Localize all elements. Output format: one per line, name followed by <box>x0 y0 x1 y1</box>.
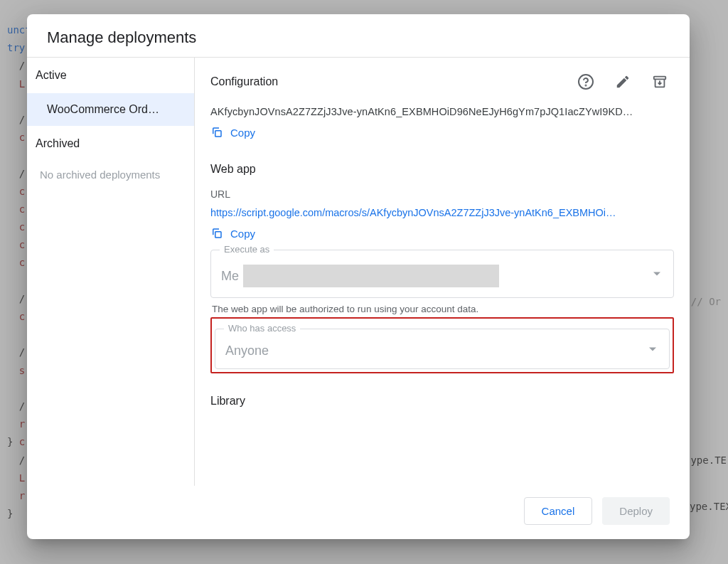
copy-label: Copy <box>230 228 255 240</box>
config-header: Configuration <box>210 75 563 88</box>
dialog-title: Manage deployments <box>27 14 690 57</box>
sidebar-archived-empty: No archived deployments <box>27 161 194 191</box>
svg-rect-4 <box>215 232 221 238</box>
redacted-email <box>243 265 499 287</box>
sidebar-active-header: Active <box>27 58 194 93</box>
dialog-main: Configuration AKfycbynJOVnsA2Z7ZZjJ3Jve-… <box>195 58 690 486</box>
copy-icon <box>210 126 223 139</box>
sidebar-item-woocommerce[interactable]: WooCommerce Ord… <box>27 93 194 126</box>
execute-as-value: Me <box>221 265 663 287</box>
dialog-footer: Cancel Deploy <box>27 486 690 539</box>
dialog-body: Active WooCommerce Ord… Archived No arch… <box>27 57 690 486</box>
archive-icon[interactable] <box>646 68 674 96</box>
copy-label: Copy <box>230 127 255 139</box>
deployment-id-value: AKfycbynJOVnsA2Z7ZZjJ3Jve-ynAtKn6_EXBMHO… <box>210 106 674 117</box>
chevron-down-icon <box>653 272 660 276</box>
edit-icon[interactable] <box>609 68 637 96</box>
config-header-row: Configuration <box>195 58 690 106</box>
config-content: AKfycbynJOVnsA2Z7ZZjJ3Jve-ynAtKn6_EXBMHO… <box>195 106 690 435</box>
access-label: Who has access <box>224 323 300 334</box>
sidebar-archived-header: Archived <box>27 126 194 161</box>
deployments-sidebar: Active WooCommerce Ord… Archived No arch… <box>27 58 195 486</box>
execute-as-label: Execute as <box>220 244 274 255</box>
webapp-url-value[interactable]: https://script.google.com/macros/s/AKfyc… <box>210 207 674 218</box>
cancel-button[interactable]: Cancel <box>524 497 593 525</box>
url-label: URL <box>210 188 674 207</box>
help-icon[interactable] <box>572 68 600 96</box>
execute-as-select[interactable]: Execute as Me <box>210 250 674 298</box>
svg-rect-3 <box>215 131 221 137</box>
webapp-section-title: Web app <box>210 142 674 188</box>
copy-url-button[interactable]: Copy <box>210 218 674 243</box>
manage-deployments-dialog: Manage deployments Active WooCommerce Or… <box>27 14 690 539</box>
svg-rect-2 <box>654 77 666 80</box>
who-has-access-select[interactable]: Who has access Anyone <box>215 329 670 369</box>
copy-icon <box>210 227 223 240</box>
chevron-down-icon <box>649 347 656 351</box>
access-highlight-frame: Who has access Anyone <box>210 317 674 373</box>
access-value: Anyone <box>225 344 659 358</box>
svg-point-1 <box>586 85 587 86</box>
copy-deployment-id-button[interactable]: Copy <box>210 117 674 142</box>
library-section-title: Library <box>210 373 674 420</box>
deploy-button: Deploy <box>602 497 670 525</box>
execute-as-helper: The web app will be authorized to run us… <box>210 298 674 314</box>
